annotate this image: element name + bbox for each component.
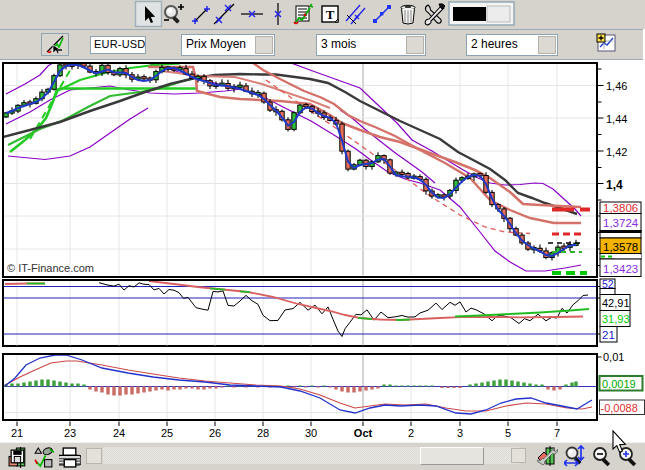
svg-text:24: 24 <box>113 427 125 439</box>
svg-text:7: 7 <box>554 427 560 439</box>
svg-text:-0,0088: -0,0088 <box>601 402 638 414</box>
svg-text:42,91: 42,91 <box>602 297 630 309</box>
svg-text:1,3578: 1,3578 <box>603 241 638 253</box>
svg-text:1,3724: 1,3724 <box>603 217 639 229</box>
svg-text:1,44: 1,44 <box>606 113 627 125</box>
svg-text:30: 30 <box>305 427 317 439</box>
svg-text:Oct: Oct <box>354 427 373 439</box>
svg-text:28: 28 <box>257 427 269 439</box>
svg-text:25: 25 <box>161 427 173 439</box>
svg-text:T: T <box>326 7 335 22</box>
svg-text:21: 21 <box>602 329 615 341</box>
svg-text:0,0019: 0,0019 <box>602 378 636 390</box>
svg-text:© IT-Finance.com: © IT-Finance.com <box>7 262 94 274</box>
svg-text:31,93: 31,93 <box>602 313 630 325</box>
svg-text:0,01: 0,01 <box>603 351 624 363</box>
svg-text:1,3423: 1,3423 <box>603 263 638 275</box>
svg-text:1,4: 1,4 <box>606 178 623 192</box>
svg-text:3: 3 <box>457 427 463 439</box>
svg-text:1,3806: 1,3806 <box>603 202 638 214</box>
svg-text:1,46: 1,46 <box>606 80 627 92</box>
svg-text:21: 21 <box>11 427 23 439</box>
svg-text:26: 26 <box>209 427 221 439</box>
svg-text:5: 5 <box>505 427 511 439</box>
svg-text:1,42: 1,42 <box>606 146 627 158</box>
svg-text:2: 2 <box>408 427 414 439</box>
svg-text:23: 23 <box>64 427 76 439</box>
